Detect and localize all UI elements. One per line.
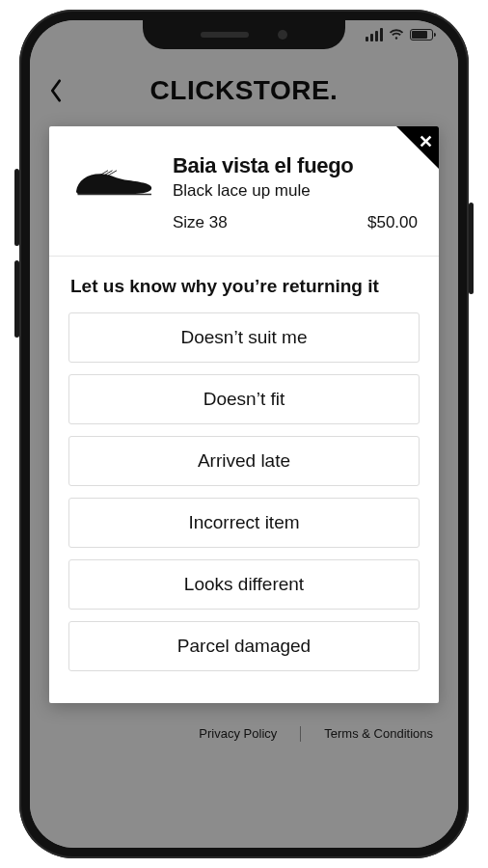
screen: CLICKSTORE. Privacy Policy Terms & Condi…	[30, 20, 458, 848]
page-header: CLICKSTORE.	[30, 68, 458, 113]
terms-link[interactable]: Terms & Conditions	[324, 726, 433, 742]
notch	[143, 20, 345, 49]
phone-frame: CLICKSTORE. Privacy Policy Terms & Condi…	[19, 10, 469, 858]
product-price: $50.00	[367, 213, 418, 232]
product-summary: Baia vista el fuego Black lace up mule S…	[49, 126, 439, 246]
product-name: Baia vista el fuego	[173, 153, 418, 178]
reason-incorrect-item[interactable]: Incorrect item	[68, 498, 420, 548]
battery-icon	[410, 29, 433, 41]
reason-doesnt-fit[interactable]: Doesn’t fit	[68, 374, 420, 424]
product-size: Size 38	[173, 213, 228, 232]
product-description: Black lace up mule	[173, 181, 418, 201]
back-button[interactable]	[47, 78, 65, 107]
return-reason-modal: ✕ Baia vista el fuego Black lace up mule…	[49, 126, 439, 703]
cellular-signal-icon	[366, 28, 383, 41]
brand-logo: CLICKSTORE.	[150, 75, 339, 106]
reason-doesnt-suit-me[interactable]: Doesn’t suit me	[68, 312, 420, 363]
close-icon: ✕	[419, 132, 433, 151]
reason-looks-different[interactable]: Looks different	[68, 559, 420, 610]
product-thumbnail	[70, 153, 157, 206]
return-reason-options: Doesn’t suit me Doesn’t fit Arrived late…	[49, 312, 439, 689]
status-bar	[366, 28, 433, 41]
close-button[interactable]: ✕	[419, 131, 433, 152]
reason-parcel-damaged[interactable]: Parcel damaged	[68, 621, 420, 671]
reason-arrived-late[interactable]: Arrived late	[68, 436, 420, 486]
privacy-policy-link[interactable]: Privacy Policy	[199, 726, 277, 742]
footer-links: Privacy Policy Terms & Conditions	[30, 726, 458, 742]
return-reason-prompt: Let us know why you’re returning it	[49, 257, 439, 312]
wifi-icon	[389, 28, 404, 41]
